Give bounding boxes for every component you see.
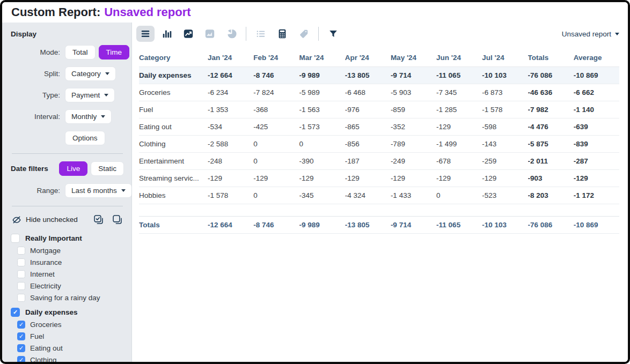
date-filter-option-live[interactable]: Live bbox=[59, 161, 87, 176]
totals-row: Totals-12 664-8 746-9 989-13 805-9 714-1… bbox=[139, 217, 619, 234]
value-cell: -976 bbox=[345, 101, 391, 118]
report-name: Unsaved report bbox=[104, 5, 191, 19]
value-cell: -1 140 bbox=[574, 101, 619, 118]
mode-toggle-group: TotalTime bbox=[65, 45, 129, 60]
value-cell: -5 903 bbox=[391, 84, 436, 101]
value-cell: -6 234 bbox=[208, 84, 253, 101]
filter-button[interactable] bbox=[324, 26, 342, 42]
calculator-button[interactable] bbox=[273, 26, 291, 42]
value-cell: -9 989 bbox=[299, 217, 345, 234]
category-checkbox[interactable]: ✓ bbox=[17, 356, 25, 362]
value-cell: -1 172 bbox=[574, 187, 619, 204]
column-header-mar-24[interactable]: Mar '24 bbox=[299, 49, 345, 67]
value-cell: -129 bbox=[208, 170, 253, 187]
value-cell: 0 bbox=[299, 136, 345, 153]
column-header-average[interactable]: Average bbox=[574, 49, 619, 67]
report-selector-label: Unsaved report bbox=[562, 30, 611, 38]
column-header-apr-24[interactable]: Apr '24 bbox=[345, 49, 391, 67]
value-cell: -7 345 bbox=[436, 84, 482, 101]
value-cell: -856 bbox=[345, 136, 391, 153]
date-filters-heading: Date filters bbox=[11, 165, 48, 173]
split-row: Split: Category bbox=[11, 66, 124, 81]
options-button[interactable]: Options bbox=[65, 131, 105, 145]
category-item-electricity: Electricity bbox=[17, 282, 124, 290]
split-label: Split: bbox=[11, 70, 60, 78]
category-checkbox[interactable] bbox=[17, 294, 25, 302]
interval-label: Interval: bbox=[11, 113, 60, 121]
hide-unchecked-toggle[interactable]: Hide unchecked bbox=[12, 215, 78, 225]
category-tree: Really ImportantMortgageInsuranceInterne… bbox=[11, 234, 124, 362]
category-checkbox[interactable] bbox=[17, 247, 25, 255]
list-icon bbox=[255, 28, 266, 39]
column-header-jun-24[interactable]: Jun '24 bbox=[436, 49, 482, 67]
range-row: Range: Last 6 months bbox=[11, 183, 124, 198]
value-cell: -7 824 bbox=[253, 84, 299, 101]
column-header-may-24[interactable]: May '24 bbox=[391, 49, 436, 67]
value-cell: -4 324 bbox=[345, 187, 391, 204]
value-cell: -129 bbox=[436, 170, 482, 187]
category-item-daily-expenses: ✓Daily expenses bbox=[11, 308, 124, 317]
mode-option-time[interactable]: Time bbox=[99, 45, 130, 60]
value-cell: -249 bbox=[391, 153, 436, 170]
split-dropdown[interactable]: Category bbox=[65, 66, 116, 81]
category-label: Really Important bbox=[25, 234, 82, 242]
category-item-really-important: Really Important bbox=[11, 234, 124, 243]
tag-icon bbox=[298, 28, 309, 39]
column-header-feb-24[interactable]: Feb '24 bbox=[253, 49, 299, 67]
value-cell: -10 869 bbox=[574, 67, 619, 84]
page-title: Custom Report: bbox=[11, 5, 100, 19]
date-filter-option-static[interactable]: Static bbox=[91, 161, 124, 176]
category-checkbox[interactable]: ✓ bbox=[17, 344, 25, 352]
value-cell: 0 bbox=[436, 187, 482, 204]
table-row: Clothing-2 58800-856-789-1 499-143-5 875… bbox=[139, 136, 619, 153]
area-chart-button[interactable] bbox=[201, 26, 219, 42]
divider bbox=[12, 153, 123, 154]
type-dropdown[interactable]: Payment bbox=[65, 88, 115, 102]
bar-chart-icon bbox=[162, 28, 172, 39]
category-checkbox[interactable]: ✓ bbox=[11, 308, 20, 317]
category-checkbox[interactable] bbox=[17, 270, 25, 278]
check-all-button[interactable] bbox=[93, 214, 104, 225]
list-button[interactable] bbox=[252, 26, 270, 42]
range-dropdown[interactable]: Last 6 months bbox=[65, 183, 132, 198]
value-cell: -8 746 bbox=[253, 67, 299, 84]
uncheck-all-button[interactable] bbox=[112, 214, 123, 225]
category-cell: Fuel bbox=[139, 101, 208, 118]
category-item-fuel: ✓Fuel bbox=[17, 332, 124, 340]
category-checkbox[interactable]: ✓ bbox=[17, 332, 25, 340]
value-cell: -129 bbox=[574, 170, 619, 187]
table-row: Hobbies-1 5780-345-4 324-1 4330-523-8 20… bbox=[139, 187, 619, 204]
value-cell: -8 746 bbox=[253, 217, 299, 234]
category-checkbox[interactable] bbox=[11, 234, 20, 243]
value-cell: -187 bbox=[345, 153, 391, 170]
value-cell: -76 086 bbox=[528, 67, 574, 84]
value-cell: -11 065 bbox=[436, 217, 482, 234]
value-cell: -9 989 bbox=[299, 67, 345, 84]
interval-dropdown[interactable]: Monthly bbox=[65, 109, 112, 124]
category-label: Fuel bbox=[30, 332, 44, 340]
value-cell: -523 bbox=[482, 187, 528, 204]
value-cell: -129 bbox=[253, 170, 299, 187]
value-cell: -129 bbox=[436, 118, 482, 136]
column-header-jan-24[interactable]: Jan '24 bbox=[208, 49, 253, 67]
value-cell: -2 011 bbox=[528, 153, 574, 170]
mode-option-total[interactable]: Total bbox=[65, 45, 96, 60]
report-selector-dropdown[interactable]: Unsaved report bbox=[562, 30, 619, 38]
table-row: Streaming servic...-129-129-129-129-129-… bbox=[139, 170, 619, 187]
category-checkbox[interactable]: ✓ bbox=[17, 321, 25, 329]
category-checkbox[interactable] bbox=[17, 258, 25, 266]
category-checkbox[interactable] bbox=[17, 282, 25, 290]
tag-button[interactable] bbox=[295, 26, 313, 42]
column-header-totals[interactable]: Totals bbox=[528, 49, 574, 67]
table-view-button[interactable] bbox=[136, 26, 155, 42]
column-header-category[interactable]: Category bbox=[139, 49, 208, 67]
value-cell: -859 bbox=[391, 101, 436, 118]
chevron-down-icon bbox=[615, 33, 619, 35]
hide-unchecked-label: Hide unchecked bbox=[26, 216, 78, 224]
category-cell: Totals bbox=[139, 217, 208, 234]
sidebar: Display Mode: TotalTime Split: Category … bbox=[2, 23, 132, 362]
bar-chart-button[interactable] bbox=[158, 26, 176, 42]
pie-chart-button[interactable] bbox=[222, 26, 240, 42]
column-header-jul-24[interactable]: Jul '24 bbox=[482, 49, 528, 67]
line-chart-button[interactable] bbox=[179, 26, 197, 42]
